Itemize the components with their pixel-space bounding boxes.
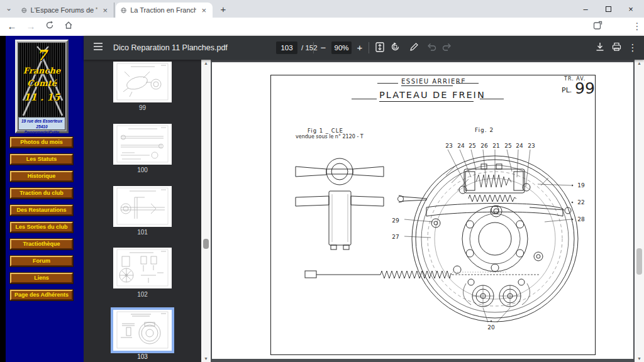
back-icon[interactable]: ← — [6, 21, 18, 32]
scroll-up-icon[interactable]: ▲ — [635, 60, 644, 67]
logo-glyph: 7 — [18, 47, 65, 63]
page-count-label: / 152 — [301, 44, 318, 52]
refresh-icon[interactable] — [44, 21, 55, 32]
navigation-bar: ← → https://www.club-traction-citroen.co… — [0, 18, 644, 36]
callout-19: 19 — [575, 182, 587, 189]
new-tab-button[interactable]: + — [216, 3, 230, 17]
sidebar-item-traction-du-club[interactable]: Traction du club — [10, 188, 73, 199]
rotate-icon[interactable] — [389, 42, 401, 53]
club-site-sidebar: 7 Franche Comté 11 . 15 19 rue des Esser… — [0, 36, 84, 362]
pdf-thumbnail-103-selected[interactable] — [113, 310, 172, 351]
header-dash — [456, 83, 479, 84]
close-icon[interactable]: × — [200, 6, 208, 14]
thumbnail-scrollbar-thumb[interactable] — [203, 239, 209, 249]
annotate-pen-icon[interactable] — [408, 42, 419, 53]
callout-20: 20 — [486, 324, 497, 331]
pdf-toolbar: Dico Reparation 11 Planches.pdf / 152 − … — [84, 36, 644, 60]
thumbnail-page-number: 100 — [84, 167, 201, 173]
globe-icon — [121, 6, 126, 14]
pdf-thumbnail-panel: 99 100 101 102 103 — [84, 60, 201, 362]
print-icon[interactable] — [611, 42, 622, 53]
fig2-caption: Fig. 2 — [475, 127, 494, 133]
traction-grille-image: 7 Franche Comté 11 . 15 — [18, 43, 65, 118]
scroll-up-icon[interactable]: ▲ — [201, 60, 211, 67]
window-controls: – × — [581, 0, 640, 18]
thumbnail-sketch — [113, 310, 172, 351]
drawing-header-top: ESSIEU ARRIERE — [401, 78, 453, 86]
pdf-thumbnail-100[interactable] — [113, 124, 172, 165]
callout-24: 24 — [455, 143, 467, 149]
sidebar-item-les-statuts[interactable]: Les Statuts — [10, 154, 73, 165]
zoom-out-icon[interactable]: − — [318, 42, 329, 53]
close-icon[interactable]: × — [101, 6, 109, 14]
undo-icon — [426, 42, 437, 53]
page-number-input[interactable] — [276, 41, 297, 54]
thumbnail-page-number: 99 — [84, 104, 201, 111]
home-icon[interactable] — [63, 21, 74, 32]
header-dash — [377, 83, 398, 84]
fit-to-page-icon[interactable] — [374, 42, 386, 53]
club-address: 19 rue des Esserteux 25410 Dannemarie/Cr… — [18, 117, 65, 130]
thumbnail-sketch — [113, 62, 172, 102]
restore-button[interactable] — [604, 4, 613, 13]
tab-strip: ⌄ L'Espace Forums de "La Traction × La T… — [0, 0, 644, 18]
drawing-header-main: PLATEAU DE FREIN — [379, 90, 474, 102]
close-window-button[interactable]: × — [626, 4, 635, 13]
forward-icon[interactable]: → — [25, 21, 36, 32]
header-dash — [480, 99, 504, 99]
scroll-down-icon[interactable]: ▼ — [201, 355, 211, 362]
pdf-menu-icon[interactable] — [92, 42, 104, 53]
globe-icon — [21, 6, 27, 14]
pdf-thumbnail-101[interactable] — [113, 186, 172, 227]
pdf-main-scrollbar[interactable]: ▲ ▼ — [635, 60, 644, 362]
callout-27: 27 — [390, 234, 401, 240]
tab-search-icon[interactable]: ⌄ — [4, 4, 14, 14]
zoom-in-icon[interactable]: + — [354, 42, 365, 53]
sidebar-item-photos-du-mois[interactable]: Photos du mois — [10, 137, 73, 148]
pdf-more-icon[interactable]: ⋮ — [627, 42, 638, 53]
pdf-document-title: Dico Reparation 11 Planches.pdf — [113, 43, 228, 52]
browser-window-icon[interactable] — [592, 21, 603, 32]
club-logo[interactable]: 7 Franche Comté 11 . 15 19 rue des Esser… — [15, 40, 69, 133]
sidebar-left-strip — [0, 36, 6, 362]
pdf-thumbnail-99[interactable] — [113, 62, 172, 102]
pdf-page-103: ESSIEU ARRIERE PLATEAU DE FREIN TR. AV. … — [212, 62, 633, 359]
browser-menu-icon[interactable]: ⋮ — [631, 21, 643, 32]
callout-26: 26 — [479, 143, 490, 149]
thumbnail-sketch — [113, 248, 172, 288]
thumbnail-page-number: 101 — [84, 229, 201, 236]
fig1-caption-line1: Fig 1 _ CLE — [308, 128, 343, 134]
tab-title: L'Espace Forums de "La Traction — [31, 6, 98, 14]
sidebar-item-des-restaurations[interactable]: Des Restaurations — [10, 205, 73, 216]
thumbnail-scrollbar[interactable]: ▲ ▼ — [201, 60, 211, 362]
sidebar-item-forum[interactable]: Forum — [10, 256, 73, 266]
thumbnail-sketch — [113, 186, 172, 227]
sidebar-item-historique[interactable]: Historique — [10, 171, 73, 182]
drawing-frame — [270, 75, 596, 355]
tab-traction-franche-comte[interactable]: La Traction en Franche Comte × — [116, 3, 213, 18]
callout-29: 29 — [390, 217, 401, 224]
thumbnail-page-number: 102 — [84, 291, 201, 298]
logo-line2: Comté — [18, 79, 65, 88]
zoom-level-value[interactable]: 90% — [331, 41, 352, 54]
sidebar-item-tractiotheque[interactable]: Tractiothèque — [10, 239, 73, 250]
tab-title: La Traction en Franche Comte — [130, 6, 196, 14]
fig1-caption-line2: vendue sous le n° 2120 - T — [296, 134, 364, 140]
download-icon[interactable] — [594, 42, 606, 53]
callout-25: 25 — [467, 143, 478, 149]
sidebar-item-page-des-adherents[interactable]: Page des Adhérents — [10, 290, 73, 300]
redo-icon — [441, 42, 452, 53]
address-line1: 19 rue des Esserteux — [19, 118, 65, 124]
sidebar-item-liens[interactable]: Liens — [10, 273, 73, 283]
restore-icon — [606, 6, 611, 12]
sidebar-item-les-sorties-du-club[interactable]: Les Sorties du club — [10, 222, 73, 233]
callout-23b: 23 — [526, 143, 537, 149]
scroll-down-icon[interactable]: ▼ — [635, 355, 644, 362]
tab-forums[interactable]: L'Espace Forums de "La Traction × — [16, 3, 114, 18]
plate-number: 99 — [575, 79, 595, 97]
plate-label: PL. — [562, 86, 572, 94]
minimize-button[interactable]: – — [581, 4, 590, 13]
logo-line3: 11 . 15 — [18, 92, 65, 103]
pdf-thumbnail-102[interactable] — [113, 248, 172, 288]
main-scrollbar-thumb[interactable] — [636, 248, 642, 275]
